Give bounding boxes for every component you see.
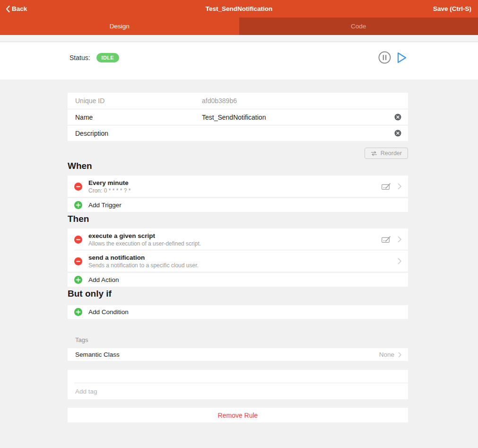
minus-circle-icon[interactable]	[74, 236, 82, 244]
rule-editor-content: Unique ID afd0b389b6 Name Test_SendNotif…	[68, 79, 408, 422]
then-heading: Then	[68, 212, 408, 226]
description-label: Description	[75, 130, 202, 137]
actions-card: execute a given script Allows the execut…	[68, 228, 408, 272]
rule-details-card: Unique ID afd0b389b6 Name Test_SendNotif…	[68, 93, 408, 141]
tags-section-label: Tags	[75, 336, 408, 343]
chevron-left-icon	[6, 6, 10, 12]
unique-id-value: afd0b389b6	[202, 97, 401, 105]
semantic-class-value: None	[379, 351, 394, 358]
chevron-right-icon[interactable]	[398, 236, 401, 243]
tags-card	[68, 370, 408, 399]
clear-circle-icon[interactable]	[394, 130, 401, 137]
status-badge: IDLE	[96, 53, 119, 62]
when-heading: When	[68, 159, 408, 173]
name-row: Name Test_SendNotification	[68, 109, 408, 125]
action-title: execute a given script	[88, 232, 376, 240]
topbar: Back Test_SendNotification Save (Ctrl-S)	[0, 0, 478, 18]
status-bar: Status: IDLE	[0, 42, 478, 79]
play-icon[interactable]	[397, 52, 407, 64]
trigger-row[interactable]: Every minute Cron: 0 * * * * ? *	[68, 176, 408, 197]
semantic-class-row[interactable]: Semantic Class None	[68, 348, 408, 361]
chevron-right-icon[interactable]	[398, 258, 401, 264]
reorder-button[interactable]: Reorder	[365, 148, 408, 159]
plus-circle-icon	[74, 308, 82, 316]
reorder-label: Reorder	[381, 150, 402, 157]
add-trigger-label: Add Trigger	[88, 202, 122, 209]
plus-circle-icon	[74, 276, 82, 284]
tab-code[interactable]: Code	[239, 18, 478, 35]
trigger-title: Every minute	[88, 179, 376, 187]
trigger-subtitle: Cron: 0 * * * * ? *	[88, 187, 376, 194]
status-label: Status:	[70, 54, 90, 61]
action-title: send a notification	[88, 254, 392, 262]
but-only-if-heading: But only if	[68, 287, 408, 300]
edit-icon[interactable]	[382, 183, 391, 190]
add-tag-input[interactable]	[75, 388, 400, 395]
add-action-label: Add Action	[88, 276, 119, 283]
add-condition-label: Add Condition	[88, 308, 129, 316]
page-title: Test_SendNotification	[0, 5, 478, 12]
action-row[interactable]: send a notification Sends a notification…	[68, 250, 408, 272]
unique-id-row: Unique ID afd0b389b6	[68, 93, 408, 109]
action-subtitle: Allows the execution of a user-defined s…	[88, 240, 376, 247]
remove-rule-button[interactable]: Remove Rule	[218, 412, 258, 419]
add-condition-button[interactable]: Add Condition	[68, 305, 408, 319]
reorder-arrows-icon	[371, 151, 377, 156]
chevron-right-icon[interactable]	[398, 183, 401, 190]
back-button[interactable]: Back	[0, 5, 27, 12]
minus-circle-icon[interactable]	[74, 183, 82, 191]
edit-icon[interactable]	[382, 236, 391, 243]
tab-bar: Design Code	[0, 18, 478, 35]
add-action-button[interactable]: Add Action	[68, 273, 408, 287]
triggers-card: Every minute Cron: 0 * * * * ? *	[68, 176, 408, 197]
unique-id-label: Unique ID	[75, 97, 202, 105]
tab-design[interactable]: Design	[0, 18, 239, 35]
add-trigger-button[interactable]: Add Trigger	[68, 198, 408, 212]
tags-list-empty	[68, 370, 408, 383]
action-subtitle: Sends a notification to a specific cloud…	[88, 262, 392, 269]
pause-circle-icon[interactable]	[378, 51, 391, 64]
description-row: Description	[68, 125, 408, 141]
clear-circle-icon[interactable]	[394, 114, 401, 121]
name-label: Name	[75, 114, 202, 121]
minus-circle-icon[interactable]	[74, 257, 82, 265]
chevron-right-icon	[398, 352, 401, 358]
semantic-class-label: Semantic Class	[75, 351, 120, 358]
sub-tab-strip	[0, 35, 478, 42]
plus-circle-icon	[74, 201, 82, 209]
save-button[interactable]: Save (Ctrl-S)	[433, 5, 478, 12]
action-row[interactable]: execute a given script Allows the execut…	[68, 228, 408, 250]
back-label: Back	[12, 5, 27, 12]
name-field[interactable]: Test_SendNotification	[202, 114, 391, 121]
remove-rule-card: Remove Rule	[68, 408, 408, 422]
